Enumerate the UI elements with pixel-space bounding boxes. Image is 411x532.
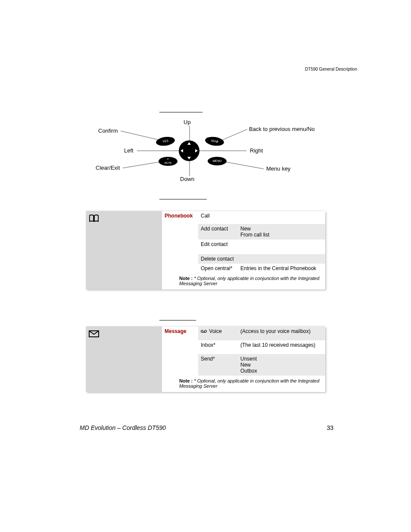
envelope-icon — [89, 330, 99, 338]
nav-left-arrow-icon — [181, 149, 183, 152]
book-icon — [89, 215, 99, 222]
page-number: 33 — [327, 424, 333, 431]
message-opt: (The last 10 received messages) — [238, 340, 325, 354]
phonebook-table: Phonebook Call Add contact New From call… — [86, 211, 325, 289]
message-opt: (Access to your voice mailbox) — [238, 327, 325, 340]
phonebook-opt: New From call list — [238, 224, 325, 240]
nav-disk — [179, 140, 199, 161]
phonebook-opt — [238, 240, 325, 254]
label-menu: Menu key — [266, 165, 290, 172]
section-divider — [159, 320, 196, 320]
section-divider — [159, 199, 207, 199]
svg-line-6 — [123, 162, 159, 168]
label-right: Right — [250, 147, 263, 154]
navigation-diagram: YES NO⏻ CMUTE MENU Up Down Left Right Co… — [86, 116, 345, 190]
yes-button-icon: YES — [156, 136, 175, 147]
message-note: Note : * Optional, only applicable in co… — [162, 376, 325, 392]
phonebook-opt — [238, 254, 325, 264]
phonebook-opt — [238, 211, 325, 224]
message-sub: Inbox* — [198, 340, 238, 354]
phonebook-sub: Add contact — [198, 224, 238, 240]
message-sub: Voice — [198, 327, 238, 340]
footer-title: MD Evolution – Cordless DT590 — [80, 424, 166, 431]
mute-button-icon: CMUTE — [159, 157, 177, 166]
label-back: Back to previous menu/No — [249, 126, 314, 132]
svg-point-9 — [201, 330, 203, 332]
menu-button-icon: MENU — [208, 157, 227, 165]
phonebook-sub: Edit contact — [198, 240, 238, 254]
svg-line-5 — [222, 129, 247, 140]
message-table: Message Voice (Access to your voice mail… — [86, 327, 325, 392]
message-opt: Unsent New Outbox — [238, 354, 325, 376]
phonebook-opt: Entries in the Central Phonebook — [238, 264, 325, 273]
nav-right-arrow-icon — [195, 149, 198, 152]
phonebook-sub: Delete contact — [198, 254, 238, 264]
label-left: Left — [124, 147, 134, 154]
phonebook-heading: Phonebook — [162, 211, 198, 224]
label-confirm: Confirm — [98, 128, 118, 134]
svg-line-7 — [226, 162, 264, 169]
no-button-icon: NO⏻ — [205, 136, 224, 147]
label-down: Down — [180, 176, 194, 182]
label-up: Up — [184, 119, 191, 125]
nav-down-arrow-icon — [187, 157, 191, 159]
phonebook-note: Note : * Optional, only applicable in co… — [162, 273, 325, 289]
tape-icon — [201, 329, 207, 335]
label-clear: Clear/Exit — [96, 165, 120, 171]
svg-line-4 — [121, 131, 159, 140]
phonebook-sub: Call — [198, 211, 238, 224]
nav-up-arrow-icon — [187, 142, 191, 145]
svg-point-10 — [205, 330, 207, 332]
message-sub: Send* — [198, 354, 238, 376]
message-heading: Message — [162, 327, 198, 340]
phonebook-sub: Open central* — [198, 264, 238, 273]
section-divider — [159, 112, 202, 112]
header-document-title: DT590 General Description — [305, 67, 357, 72]
